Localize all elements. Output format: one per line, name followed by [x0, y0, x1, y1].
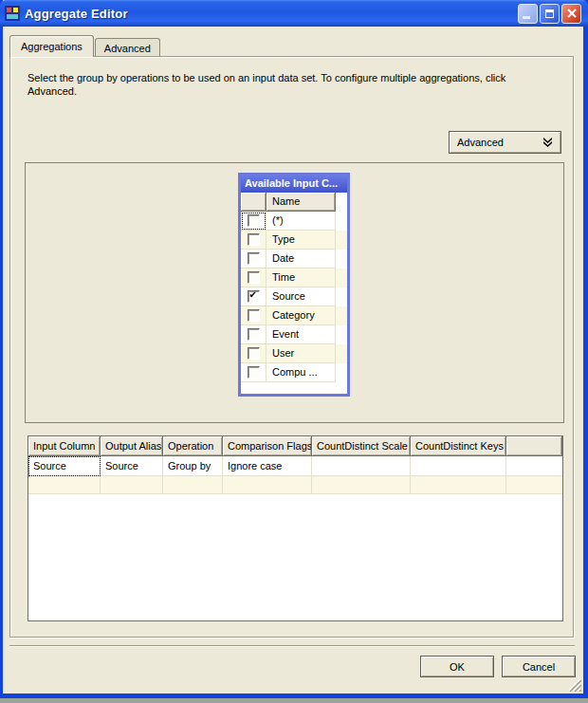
grid-column-header[interactable]: Output Alias — [101, 436, 163, 456]
tab-aggregations[interactable]: Aggregations — [9, 35, 94, 57]
instruction-text: Select the group by operations to be use… — [28, 71, 547, 98]
column-checkbox[interactable]: ✔ — [248, 347, 260, 360]
countdistinct-scale-cell[interactable] — [312, 476, 411, 494]
output-alias-cell[interactable] — [101, 476, 163, 494]
grid-column-header[interactable]: Comparison Flags — [223, 436, 312, 456]
aggregations-tab-page: Select the group by operations to be use… — [9, 56, 574, 638]
column-name-cell[interactable]: Category — [266, 306, 336, 325]
column-checkbox[interactable]: ✔ — [248, 271, 260, 284]
double-chevron-down-icon — [542, 138, 553, 147]
column-checkbox[interactable]: ✔ — [248, 366, 260, 379]
advanced-button-label: Advanced — [457, 137, 542, 148]
available-input-columns-window: Available Input C... Name ✔ — [238, 173, 350, 397]
column-name-cell[interactable]: Compu ... — [266, 363, 336, 382]
column-name-cell[interactable]: Type — [266, 231, 336, 250]
column-name-cell[interactable]: Source — [266, 287, 336, 306]
form-icon — [5, 6, 20, 21]
aggregation-grid-header: Input Column Output Alias Operation Comp… — [28, 436, 562, 456]
column-name-cell[interactable]: Date — [266, 250, 336, 268]
ok-button[interactable]: OK — [420, 656, 494, 677]
checkbox-cell[interactable]: ✔ — [241, 363, 266, 382]
column-name-cell[interactable]: (*) — [266, 212, 336, 231]
aggregation-diagram-panel: Available Input C... Name ✔ — [25, 162, 564, 423]
minimize-button[interactable] — [518, 4, 538, 24]
grid-column-header[interactable]: CountDistinct Keys — [411, 436, 506, 456]
aggregate-editor-dialog: Aggregate Editor Aggregations — [0, 0, 588, 698]
column-checkbox[interactable]: ✔ — [248, 252, 260, 265]
titlebar[interactable]: Aggregate Editor — [0, 0, 588, 27]
screen: Aggregate Editor Aggregations — [0, 0, 588, 703]
input-column-cell[interactable] — [28, 476, 101, 494]
available-columns-header: Name — [241, 193, 347, 212]
dialog-client-area: Aggregations Advanced Select the group b… — [3, 27, 583, 694]
comparison-flags-cell[interactable] — [223, 476, 312, 494]
available-column-row: ✔ (*) — [241, 212, 347, 231]
comparison-flags-cell[interactable]: Ignore case — [223, 456, 312, 476]
checkbox-cell[interactable]: ✔ — [241, 268, 266, 287]
close-button[interactable] — [561, 4, 581, 24]
aggregation-grid-row: Source Source Group by Ignore case — [28, 456, 562, 476]
input-column-cell[interactable]: Source — [28, 456, 101, 476]
checkbox-cell[interactable]: ✔ — [241, 287, 266, 306]
available-columns-list: ✔ (*) ✔ — [241, 212, 347, 382]
operation-cell[interactable]: Group by — [163, 456, 223, 476]
available-column-row: ✔ Compu ... — [241, 363, 347, 382]
minimize-icon — [523, 16, 530, 19]
checkbox-cell[interactable]: ✔ — [241, 344, 266, 363]
resize-grip[interactable] — [566, 676, 581, 692]
window-title: Aggregate Editor — [25, 7, 128, 21]
operation-cell[interactable] — [163, 476, 223, 494]
check-icon: ✔ — [249, 289, 257, 300]
titlebar-buttons — [518, 4, 583, 24]
aggregation-grid-row — [28, 476, 562, 494]
checkbox-column-header[interactable] — [241, 193, 266, 212]
available-column-row: ✔ Event — [241, 325, 347, 344]
available-column-row: ✔ Type — [241, 231, 347, 250]
grid-column-header[interactable]: Operation — [163, 436, 223, 456]
column-checkbox[interactable]: ✔ — [248, 328, 260, 341]
column-checkbox[interactable]: ✔ — [248, 309, 260, 322]
column-name-cell[interactable]: Event — [266, 325, 336, 344]
checkbox-cell[interactable]: ✔ — [241, 306, 266, 325]
grid-header-filler — [506, 436, 562, 456]
column-name-cell[interactable]: User — [266, 344, 336, 363]
available-column-row: ✔ Source — [241, 287, 347, 306]
available-column-row: ✔ Time — [241, 268, 347, 287]
grid-column-header[interactable]: Input Column — [28, 436, 101, 456]
grid-column-header[interactable]: CountDistinct Scale — [312, 436, 411, 456]
checkbox-cell[interactable]: ✔ — [241, 231, 266, 250]
name-column-header[interactable]: Name — [266, 193, 336, 212]
available-column-row: ✔ Date — [241, 250, 347, 268]
tab-strip: Aggregations Advanced — [9, 35, 161, 56]
maximize-button[interactable] — [540, 4, 560, 24]
advanced-toggle-button[interactable]: Advanced — [449, 131, 561, 154]
checkbox-cell[interactable]: ✔ — [241, 250, 266, 268]
output-alias-cell[interactable]: Source — [101, 456, 163, 476]
available-column-row: ✔ User — [241, 344, 347, 363]
row-filler-cell — [506, 456, 562, 476]
aggregation-grid: Input Column Output Alias Operation Comp… — [28, 435, 563, 621]
column-checkbox[interactable]: ✔ — [248, 233, 260, 246]
tab-advanced[interactable]: Advanced — [95, 38, 160, 56]
countdistinct-scale-cell[interactable] — [312, 456, 411, 476]
countdistinct-keys-cell[interactable] — [411, 476, 506, 494]
maximize-icon — [545, 9, 554, 18]
available-column-row: ✔ Category — [241, 306, 347, 325]
column-checkbox[interactable]: ✔ — [248, 290, 260, 303]
column-checkbox[interactable]: ✔ — [248, 214, 260, 227]
checkbox-cell[interactable]: ✔ — [241, 212, 266, 231]
footer-separator — [9, 645, 575, 647]
row-filler-cell — [506, 476, 562, 494]
close-icon — [566, 8, 578, 19]
column-name-cell[interactable]: Time — [266, 268, 336, 287]
aggregation-grid-rows: Source Source Group by Ignore case — [28, 456, 562, 494]
countdistinct-keys-cell[interactable] — [411, 456, 506, 476]
checkbox-cell[interactable]: ✔ — [241, 325, 266, 344]
available-input-columns-titlebar[interactable]: Available Input C... — [241, 176, 347, 193]
cancel-button[interactable]: Cancel — [502, 656, 576, 677]
